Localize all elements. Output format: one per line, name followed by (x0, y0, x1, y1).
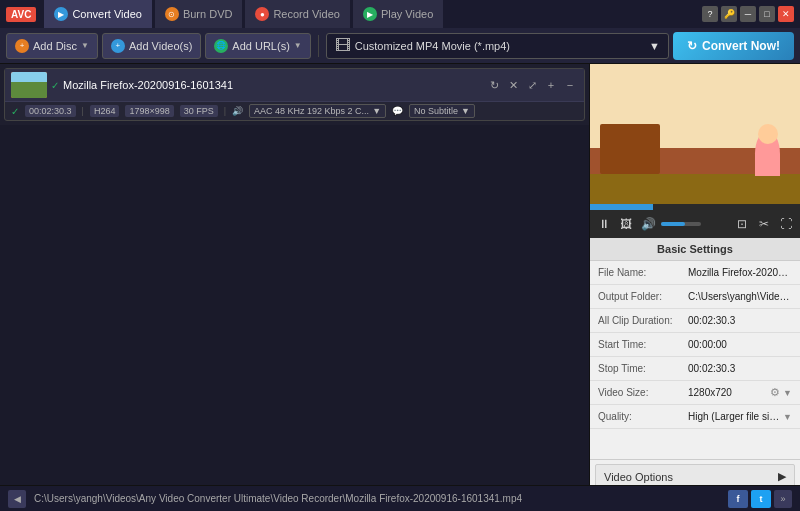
size-value: 1280x720 (688, 387, 767, 398)
twitter-button[interactable]: t (751, 490, 771, 508)
file-duration: 00:02:30.3 (25, 105, 76, 117)
settings-spacer (590, 429, 800, 459)
forward-button[interactable]: » (774, 490, 792, 508)
settings-row-filename: File Name: Mozilla Firefox-20200916-1... (590, 261, 800, 285)
quality-dropdown-arrow[interactable]: ▼ (783, 412, 792, 422)
file-list-area: ✓ Mozilla Firefox-20200916-1601341 ↻ ✕ ⤢… (0, 64, 590, 485)
output-value: C:\Users\yangh\Videos\... (688, 291, 792, 302)
file-list-empty (0, 125, 589, 485)
subtitle-icon: 💬 (392, 106, 403, 116)
volume-slider[interactable] (661, 222, 701, 226)
audio-dropdown-arrow: ▼ (372, 106, 381, 116)
record-video-icon: ● (255, 7, 269, 21)
settings-row-stop: Stop Time: 00:02:30.3 (590, 357, 800, 381)
file-close-button[interactable]: ✕ (505, 77, 521, 93)
file-refresh-button[interactable]: ↻ (486, 77, 502, 93)
status-bar: ◀ C:\Users\yangh\Videos\Any Video Conver… (0, 485, 800, 511)
aspect-button[interactable]: ⊡ (733, 215, 751, 233)
filename-value: Mozilla Firefox-20200916-1... (688, 267, 792, 278)
toolbar-separator (318, 35, 319, 57)
tab-burn-dvd[interactable]: ⊙ Burn DVD (155, 0, 244, 28)
start-label: Start Time: (598, 339, 688, 350)
status-prev-button[interactable]: ◀ (8, 490, 26, 508)
scissors-button[interactable]: ✂ (755, 215, 773, 233)
divider2: | (224, 106, 226, 116)
start-value: 00:00:00 (688, 339, 792, 350)
file-expand-button[interactable]: ⤢ (524, 77, 540, 93)
convert-refresh-icon: ↻ (687, 39, 697, 53)
add-url-label: Add URL(s) (232, 40, 289, 52)
file-resolution: 1798×998 (125, 105, 173, 117)
key-button[interactable]: 🔑 (721, 6, 737, 22)
film-icon: 🎞 (335, 37, 351, 55)
tab-convert-video[interactable]: ▶ Convert Video (44, 0, 153, 28)
help-button[interactable]: ? (702, 6, 718, 22)
right-panel: ⏸ 🖼 🔊 ⊡ ✂ ⛶ Basic Settings File Name: Mo… (590, 64, 800, 485)
add-url-button[interactable]: 🌐 Add URL(s) ▼ (205, 33, 310, 59)
tab-convert-video-label: Convert Video (72, 8, 142, 20)
preview-floor (590, 174, 800, 204)
file-codec: H264 (90, 105, 120, 117)
tab-play-video[interactable]: ▶ Play Video (353, 0, 444, 28)
toolbar: + Add Disc ▼ + Add Video(s) 🌐 Add URL(s)… (0, 28, 800, 64)
size-label: Video Size: (598, 387, 688, 398)
player-progress-bar[interactable] (590, 204, 800, 210)
speaker-icon: 🔊 (232, 106, 243, 116)
convert-video-icon: ▶ (54, 7, 68, 21)
video-options-arrow: ▶ (778, 470, 786, 483)
main-content: ✓ Mozilla Firefox-20200916-1601341 ↻ ✕ ⤢… (0, 64, 800, 485)
file-item: ✓ Mozilla Firefox-20200916-1601341 ↻ ✕ ⤢… (4, 68, 585, 121)
screenshot-button[interactable]: 🖼 (617, 215, 635, 233)
settings-title: Basic Settings (590, 238, 800, 261)
tab-burn-dvd-label: Burn DVD (183, 8, 233, 20)
convert-now-label: Convert Now! (702, 39, 780, 53)
player-progress-fill (590, 204, 653, 210)
tab-record-video[interactable]: ● Record Video (245, 0, 350, 28)
add-url-icon: 🌐 (214, 39, 228, 53)
settings-row-output: Output Folder: C:\Users\yangh\Videos\... (590, 285, 800, 309)
size-dropdown-arrow[interactable]: ▼ (783, 388, 792, 398)
meta-check: ✓ (11, 106, 19, 117)
file-check[interactable]: ✓ (51, 80, 59, 91)
settings-row-size: Video Size: 1280x720 ⚙ ▼ (590, 381, 800, 405)
file-remove-button[interactable]: − (562, 77, 578, 93)
window-controls: ? 🔑 ─ □ ✕ (702, 6, 794, 22)
stop-label: Stop Time: (598, 363, 688, 374)
app-logo: AVC (6, 7, 36, 22)
size-gear-icon[interactable]: ⚙ (770, 386, 780, 399)
maximize-button[interactable]: □ (759, 6, 775, 22)
volume-fill (661, 222, 685, 226)
close-button[interactable]: ✕ (778, 6, 794, 22)
file-header: ✓ Mozilla Firefox-20200916-1601341 ↻ ✕ ⤢… (5, 69, 584, 102)
tab-play-video-label: Play Video (381, 8, 433, 20)
thumbnail-image (11, 72, 47, 98)
audio-track-dropdown[interactable]: AAC 48 KHz 192 Kbps 2 C... ▼ (249, 104, 386, 118)
file-name-area: Mozilla Firefox-20200916-1601341 (63, 79, 482, 91)
convert-now-button[interactable]: ↻ Convert Now! (673, 32, 794, 60)
add-videos-button[interactable]: + Add Video(s) (102, 33, 201, 59)
minimize-button[interactable]: ─ (740, 6, 756, 22)
title-bar: AVC ▶ Convert Video ⊙ Burn DVD ● Record … (0, 0, 800, 28)
video-options-button[interactable]: Video Options ▶ (595, 464, 795, 485)
file-add-button[interactable]: + (543, 77, 559, 93)
add-videos-label: Add Video(s) (129, 40, 192, 52)
add-videos-icon: + (111, 39, 125, 53)
duration-value: 00:02:30.3 (688, 315, 792, 326)
add-disc-button[interactable]: + Add Disc ▼ (6, 33, 98, 59)
quality-value: High (Larger file size) (688, 411, 780, 422)
speaker-button[interactable]: 🔊 (639, 215, 657, 233)
file-thumbnail (11, 72, 47, 98)
play-video-icon: ▶ (363, 7, 377, 21)
file-meta: ✓ 00:02:30.3 | H264 1798×998 30 FPS | 🔊 … (5, 102, 584, 120)
settings-row-quality: Quality: High (Larger file size) ▼ (590, 405, 800, 429)
video-options-area: Video Options ▶ (590, 459, 800, 485)
fullscreen-button[interactable]: ⛶ (777, 215, 795, 233)
audio-track-label: AAC 48 KHz 192 Kbps 2 C... (254, 106, 369, 116)
pause-button[interactable]: ⏸ (595, 215, 613, 233)
burn-dvd-icon: ⊙ (165, 7, 179, 21)
filename-label: File Name: (598, 267, 688, 278)
format-select[interactable]: 🎞 Customized MP4 Movie (*.mp4) ▼ (326, 33, 669, 59)
facebook-button[interactable]: f (728, 490, 748, 508)
subtitle-dropdown[interactable]: No Subtitle ▼ (409, 104, 475, 118)
subtitle-dropdown-arrow: ▼ (461, 106, 470, 116)
